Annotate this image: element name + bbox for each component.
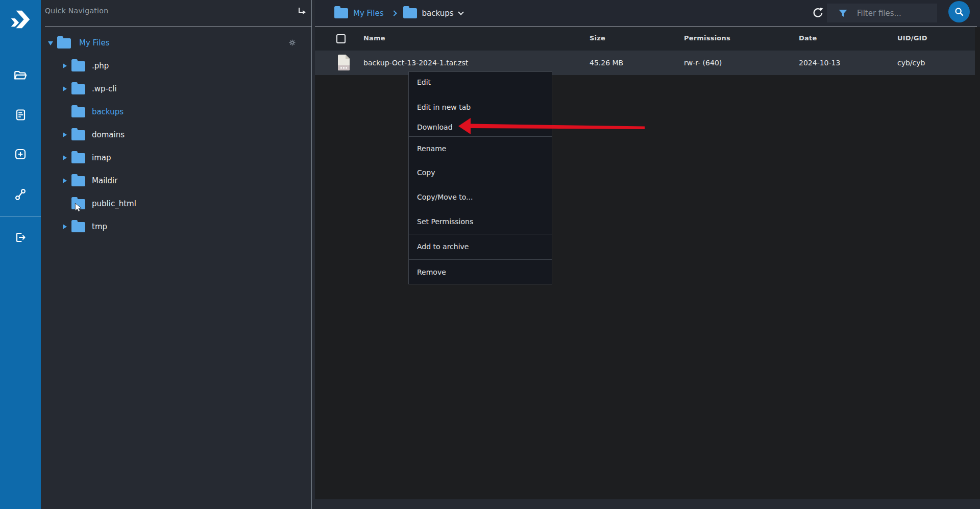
connections-icon [13,187,28,202]
collapse-caret-icon[interactable] [48,40,53,45]
expand-caret-icon[interactable] [62,155,67,160]
expand-caret-icon[interactable] [62,178,67,183]
tree-item-wp-cli[interactable]: .wp-cli [41,77,312,100]
menu-item-set-permissions[interactable]: Set Permissions [409,211,552,232]
menu-separator [409,234,552,234]
tree-item-maildir[interactable]: Maildir [41,169,312,192]
tree-item-label[interactable]: .php [92,61,109,70]
chevron-down-icon[interactable] [458,9,463,15]
tree-item-my-files[interactable]: My Files [41,31,312,54]
expand-caret-icon[interactable] [62,132,67,137]
cell-file-name[interactable]: backup-Oct-13-2024-1.tar.zst [363,59,468,67]
tree-item-tmp[interactable]: tmp [41,215,312,238]
column-header-uid-gid[interactable]: UID/GID [897,34,927,42]
chevron-right-icon [391,10,397,16]
tree-item-label[interactable]: .wp-cli [92,84,117,93]
add-icon [13,147,28,161]
expand-caret-icon[interactable] [62,86,67,91]
file-manager-app: Quick Navigation My Files .php [0,0,980,509]
column-header-size[interactable]: Size [590,34,605,42]
filter-funnel-icon [838,9,848,18]
cell-file-size: 45.26 MB [590,59,623,67]
cell-file-uid-gid: cyb/cyb [897,59,925,67]
folder-icon[interactable] [71,61,85,71]
tree-item-public-html[interactable]: public_html [41,192,312,215]
expand-caret-icon[interactable] [62,63,67,68]
search-button[interactable] [948,1,970,22]
folder-icon[interactable] [57,38,71,49]
tree-item-label[interactable]: domains [92,130,125,139]
context-menu: Edit Edit in new tab Download Rename Cop… [408,71,552,284]
logout-icon [13,230,28,245]
tree-item-imap[interactable]: imap [41,146,312,169]
menu-separator [409,259,552,260]
refresh-icon[interactable] [812,7,824,19]
folder-icon[interactable] [71,176,85,186]
folder-icon[interactable] [71,130,85,140]
folder-icon [13,68,28,83]
tree-item-label[interactable]: imap [92,153,111,162]
breadcrumb: My Files backups [315,8,463,18]
filter-files-box [827,4,937,22]
tree-item-label[interactable]: public_html [92,199,136,208]
menu-item-copy[interactable]: Copy [409,162,552,183]
folder-icon[interactable] [71,107,85,117]
tree-item-label[interactable]: Maildir [92,176,117,185]
menu-item-edit-in-new-tab[interactable]: Edit in new tab [409,97,552,117]
quick-navigation-panel: Quick Navigation My Files .php [41,0,312,509]
quick-navigation-underline [45,26,311,27]
menu-item-copy-move-to[interactable]: Copy/Move to... [409,187,552,207]
files-nav-button[interactable] [0,68,41,83]
search-icon [953,6,965,17]
bottom-strip [315,499,980,509]
logo-double-chevron-icon[interactable] [9,7,32,31]
mouse-cursor-icon [75,203,82,212]
annotation-arrow-download [454,115,648,140]
sidebar-divider [0,216,41,217]
tree-item-php[interactable]: .php [41,54,312,77]
tree-item-label[interactable]: backups [92,107,124,116]
table-header: Name Size Permissions Date UID/GID [315,27,975,51]
add-nav-button[interactable] [0,147,41,162]
folder-icon[interactable] [71,222,85,232]
menu-item-remove[interactable]: Remove [409,262,552,282]
select-all-checkbox[interactable] [336,34,346,43]
cell-file-date: 2024-10-13 [799,59,840,67]
column-header-name[interactable]: Name [363,34,385,42]
caret-spacer [62,201,67,206]
tree-item-domains[interactable]: domains [41,123,312,146]
documents-icon [13,108,28,122]
column-header-permissions[interactable]: Permissions [684,34,730,42]
gear-icon[interactable] [288,39,296,46]
menu-item-add-to-archive[interactable]: Add to archive [409,236,552,257]
menu-item-rename[interactable]: Rename [409,138,552,159]
tree-item-label[interactable]: tmp [92,222,107,231]
app-sidebar [0,0,41,509]
tree-item-label[interactable]: My Files [79,38,110,47]
filter-files-input[interactable] [857,9,928,18]
quick-navigation-title: Quick Navigation [45,7,108,15]
documents-nav-button[interactable] [0,107,41,123]
breadcrumb-backups[interactable]: backups [422,9,454,18]
breadcrumb-my-files[interactable]: My Files [353,9,384,18]
folder-icon[interactable] [71,153,85,163]
archive-file-icon [338,55,350,70]
logout-nav-button[interactable] [0,230,41,245]
cell-file-permissions: rw-r- (640) [684,59,722,67]
toolbar: My Files backups [315,0,980,27]
menu-item-edit[interactable]: Edit [409,72,552,92]
caret-spacer [62,109,67,114]
enter-directory-icon[interactable] [296,6,307,17]
folder-icon[interactable] [71,84,85,94]
tree-item-backups[interactable]: backups [41,100,312,123]
connections-nav-button[interactable] [0,187,41,202]
expand-caret-icon[interactable] [62,224,67,229]
folder-icon[interactable] [403,8,417,18]
folder-icon[interactable] [334,8,348,18]
column-header-date[interactable]: Date [799,34,817,42]
